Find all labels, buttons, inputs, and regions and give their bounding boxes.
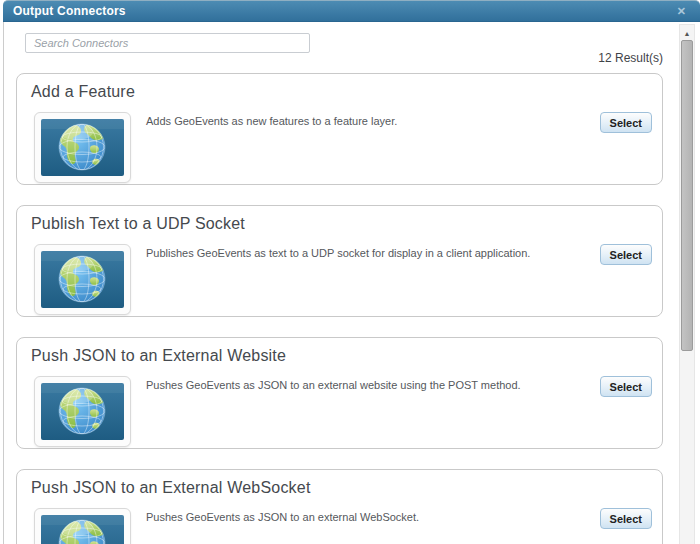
dialog-titlebar: Output Connectors ✕ bbox=[3, 0, 700, 22]
connector-description: Publishes GeoEvents as text to a UDP soc… bbox=[146, 246, 590, 261]
close-icon[interactable]: ✕ bbox=[673, 4, 690, 19]
connector-title: Add a Feature bbox=[31, 83, 135, 101]
connector-card: Publish Text to a UDP Socket bbox=[16, 205, 663, 317]
connector-thumbnail bbox=[34, 112, 131, 183]
select-button[interactable]: Select bbox=[600, 508, 652, 529]
globe-icon bbox=[41, 119, 124, 176]
connector-title: Push JSON to an External Website bbox=[31, 347, 286, 365]
connector-title: Publish Text to a UDP Socket bbox=[31, 215, 245, 233]
dialog-title: Output Connectors bbox=[13, 4, 126, 18]
connector-description: Pushes GeoEvents as JSON to an external … bbox=[146, 378, 590, 393]
scrollbar[interactable]: ▲ bbox=[679, 24, 695, 544]
globe-icon bbox=[41, 383, 124, 440]
select-button[interactable]: Select bbox=[600, 244, 652, 265]
connector-thumbnail bbox=[34, 508, 131, 544]
output-connectors-dialog: Output Connectors ✕ 12 Result(s) Add a F… bbox=[0, 0, 700, 544]
connector-title: Push JSON to an External WebSocket bbox=[31, 479, 311, 497]
select-button[interactable]: Select bbox=[600, 376, 652, 397]
connector-thumbnail bbox=[34, 244, 131, 315]
globe-icon bbox=[41, 515, 124, 544]
select-button[interactable]: Select bbox=[600, 112, 652, 133]
scrollbar-thumb[interactable] bbox=[681, 40, 693, 351]
connector-card: Push JSON to an External WebSocket bbox=[16, 469, 663, 544]
scroll-up-icon[interactable]: ▲ bbox=[680, 27, 694, 39]
search-input[interactable] bbox=[25, 33, 310, 53]
connector-description: Pushes GeoEvents as JSON to an external … bbox=[146, 510, 590, 525]
connector-thumbnail bbox=[34, 376, 131, 447]
dialog-left-border bbox=[3, 22, 4, 544]
results-count: 12 Result(s) bbox=[598, 51, 663, 65]
connector-list: Add a Feature bbox=[16, 73, 663, 544]
connector-card: Push JSON to an External Website bbox=[16, 337, 663, 449]
connector-description: Adds GeoEvents as new features to a feat… bbox=[146, 114, 590, 129]
globe-icon bbox=[41, 251, 124, 308]
connector-card: Add a Feature bbox=[16, 73, 663, 185]
